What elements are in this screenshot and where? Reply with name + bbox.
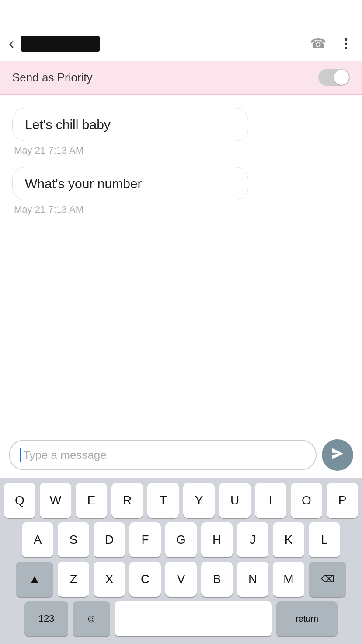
key-k[interactable]: K <box>273 522 304 557</box>
chat-area: Let's chill baby May 21 7:13 AM What's y… <box>0 94 362 432</box>
key-m[interactable]: M <box>273 562 304 597</box>
priority-toggle[interactable] <box>318 69 350 86</box>
header-actions: ☎ ⋮ <box>310 36 353 51</box>
numbers-key[interactable]: 123 <box>24 601 68 636</box>
message-time-2: May 21 7:13 AM <box>12 204 350 215</box>
key-i[interactable]: I <box>255 483 286 518</box>
key-h[interactable]: H <box>201 522 233 557</box>
call-icon[interactable]: ☎ <box>310 36 326 51</box>
message-input-area: Type a message <box>0 432 362 478</box>
key-s[interactable]: S <box>58 522 89 557</box>
svg-marker-0 <box>332 448 343 459</box>
message-bubble-2: What's your number <box>12 167 248 200</box>
contact-info <box>21 36 310 52</box>
space-key[interactable] <box>115 601 272 636</box>
key-w[interactable]: W <box>40 483 71 518</box>
keyboard-row-4: 123 ☺ return <box>3 601 359 636</box>
key-l[interactable]: L <box>309 522 340 557</box>
key-p[interactable]: P <box>327 483 358 518</box>
key-d[interactable]: D <box>94 522 125 557</box>
message-bubble-1: Let's chill baby <box>12 108 248 141</box>
key-n[interactable]: N <box>237 562 268 597</box>
text-cursor <box>20 448 21 462</box>
priority-bar: Send as Priority <box>0 61 362 94</box>
delete-key[interactable]: ⌫ <box>309 562 346 597</box>
send-icon <box>331 447 345 464</box>
key-x[interactable]: X <box>94 562 125 597</box>
more-options-icon[interactable]: ⋮ <box>339 36 353 51</box>
status-bar <box>0 0 362 26</box>
key-o[interactable]: O <box>291 483 322 518</box>
shift-key[interactable]: ▲ <box>16 562 53 597</box>
keyboard-row-2: A S D F G H J K L <box>3 522 359 557</box>
priority-label: Send as Priority <box>12 71 93 84</box>
key-g[interactable]: G <box>165 522 197 557</box>
phone-container: ‹ ☎ ⋮ Send as Priority Let's chill baby … <box>0 0 362 644</box>
key-b[interactable]: B <box>201 562 233 597</box>
message-input-wrapper[interactable]: Type a message <box>9 440 317 470</box>
chat-header: ‹ ☎ ⋮ <box>0 26 362 61</box>
key-e[interactable]: E <box>76 483 107 518</box>
message-input-placeholder: Type a message <box>23 448 305 462</box>
key-v[interactable]: V <box>165 562 197 597</box>
toggle-knob <box>334 70 349 85</box>
key-u[interactable]: U <box>219 483 251 518</box>
send-button[interactable] <box>322 439 353 471</box>
key-z[interactable]: Z <box>58 562 89 597</box>
key-j[interactable]: J <box>237 522 268 557</box>
key-t[interactable]: T <box>147 483 179 518</box>
contact-name-redacted <box>21 36 100 52</box>
key-q[interactable]: Q <box>4 483 35 518</box>
key-y[interactable]: Y <box>183 483 215 518</box>
emoji-key[interactable]: ☺ <box>73 601 110 636</box>
back-button[interactable]: ‹ <box>9 36 14 52</box>
keyboard: Q W E R T Y U I O P A S D F G H J K L ▲ … <box>0 478 362 644</box>
key-f[interactable]: F <box>129 522 161 557</box>
keyboard-row-3: ▲ Z X C V B N M ⌫ <box>3 562 359 597</box>
keyboard-row-1: Q W E R T Y U I O P <box>3 483 359 518</box>
message-time-1: May 21 7:13 AM <box>12 145 350 156</box>
return-key[interactable]: return <box>276 601 338 636</box>
key-c[interactable]: C <box>129 562 161 597</box>
key-r[interactable]: R <box>111 483 143 518</box>
key-a[interactable]: A <box>22 522 53 557</box>
